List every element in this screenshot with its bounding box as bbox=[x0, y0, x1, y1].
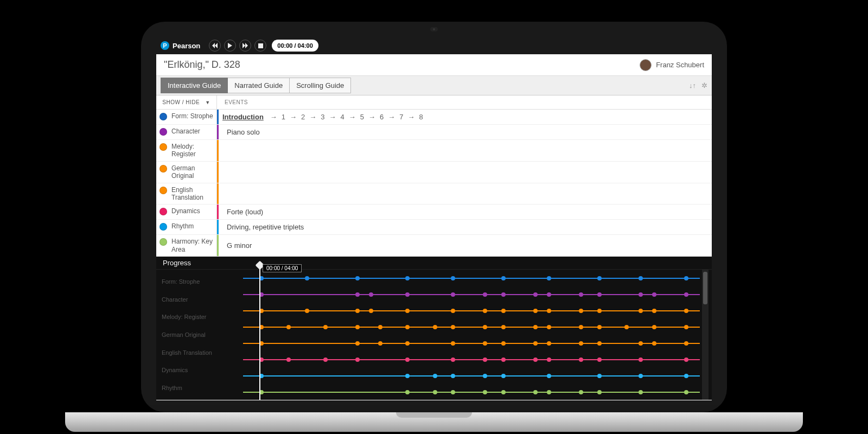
timeline-event[interactable] bbox=[547, 374, 551, 378]
timeline[interactable]: 00:00 / 04:00 bbox=[243, 270, 700, 400]
timeline-event[interactable] bbox=[483, 358, 487, 362]
timeline-event[interactable] bbox=[597, 325, 602, 329]
timeline-event[interactable] bbox=[405, 341, 410, 346]
timeline-event[interactable] bbox=[547, 276, 551, 280]
timeline-event[interactable] bbox=[597, 276, 602, 280]
timeline-event[interactable] bbox=[405, 292, 410, 297]
timeline-event[interactable] bbox=[639, 276, 643, 280]
timeline-event[interactable] bbox=[533, 292, 538, 297]
timeline-event[interactable] bbox=[597, 341, 602, 346]
timeline-event[interactable] bbox=[652, 292, 656, 297]
timeline-event[interactable] bbox=[501, 341, 506, 346]
timeline-event[interactable] bbox=[652, 325, 656, 329]
timeline-event[interactable] bbox=[547, 309, 551, 313]
playhead[interactable]: 00:00 / 04:00 bbox=[259, 263, 260, 400]
timeline-event[interactable] bbox=[684, 309, 688, 313]
timeline-event[interactable] bbox=[451, 309, 455, 313]
timeline-event[interactable] bbox=[547, 341, 551, 346]
play-button[interactable] bbox=[224, 40, 236, 52]
timeline-event[interactable] bbox=[684, 358, 688, 362]
intro-step[interactable]: 2 bbox=[301, 113, 305, 121]
rewind-button[interactable] bbox=[209, 40, 221, 52]
timeline-event[interactable] bbox=[684, 341, 688, 346]
timeline-event[interactable] bbox=[597, 374, 602, 378]
row-label[interactable]: Harmony: Key Area bbox=[156, 235, 217, 256]
timeline-event[interactable] bbox=[451, 325, 455, 329]
timeline-event[interactable] bbox=[483, 292, 487, 297]
timeline-event[interactable] bbox=[639, 341, 643, 346]
timeline-event[interactable] bbox=[533, 341, 538, 346]
timeline-event[interactable] bbox=[579, 292, 583, 297]
timeline-event[interactable] bbox=[483, 325, 487, 329]
timeline-event[interactable] bbox=[433, 325, 437, 329]
timeline-event[interactable] bbox=[579, 390, 583, 394]
timeline-event[interactable] bbox=[639, 390, 643, 394]
timeline-event[interactable] bbox=[579, 341, 583, 346]
timeline-event[interactable] bbox=[501, 292, 506, 297]
timeline-event[interactable] bbox=[684, 374, 688, 378]
row-label[interactable]: German Original bbox=[156, 162, 217, 183]
timeline-event[interactable] bbox=[483, 309, 487, 313]
timeline-event[interactable] bbox=[355, 358, 360, 362]
timeline-event[interactable] bbox=[369, 309, 373, 313]
timeline-event[interactable] bbox=[597, 309, 602, 313]
intro-step[interactable]: 1 bbox=[282, 113, 285, 121]
timeline-event[interactable] bbox=[652, 309, 656, 313]
timeline-event[interactable] bbox=[579, 358, 583, 362]
timeline-event[interactable] bbox=[433, 390, 437, 394]
intro-step[interactable]: 4 bbox=[341, 113, 344, 121]
timeline-event[interactable] bbox=[579, 325, 583, 329]
timeline-event[interactable] bbox=[378, 341, 382, 346]
row-label[interactable]: Melody: Register bbox=[156, 140, 217, 161]
timeline-event[interactable] bbox=[684, 325, 688, 329]
timeline-event[interactable] bbox=[451, 276, 455, 280]
tab-scrolling-guide[interactable]: Scrolling Guide bbox=[290, 78, 351, 93]
gear-icon[interactable]: ✲ bbox=[701, 81, 707, 90]
forward-button[interactable] bbox=[239, 40, 251, 52]
timeline-event[interactable] bbox=[579, 309, 583, 313]
timeline-event[interactable] bbox=[323, 325, 328, 329]
intro-step[interactable]: 6 bbox=[380, 113, 384, 121]
row-label[interactable]: Dynamics bbox=[156, 205, 217, 219]
intro-step[interactable]: 5 bbox=[360, 113, 364, 121]
timeline-event[interactable] bbox=[684, 292, 688, 297]
timeline-event[interactable] bbox=[451, 341, 455, 346]
scrollbar-vertical[interactable] bbox=[702, 270, 709, 400]
timeline-event[interactable] bbox=[286, 358, 291, 362]
timeline-event[interactable] bbox=[639, 374, 643, 378]
timeline-event[interactable] bbox=[305, 309, 309, 313]
timeline-event[interactable] bbox=[405, 276, 410, 280]
timeline-event[interactable] bbox=[405, 358, 410, 362]
timeline-event[interactable] bbox=[597, 292, 602, 297]
timeline-event[interactable] bbox=[405, 309, 410, 313]
row-label[interactable]: English Translation bbox=[156, 183, 217, 205]
timeline-event[interactable] bbox=[355, 325, 360, 329]
scrollbar-thumb[interactable] bbox=[703, 272, 707, 304]
timeline-event[interactable] bbox=[323, 358, 328, 362]
row-label[interactable]: Form: Strophe bbox=[156, 110, 217, 124]
timeline-event[interactable] bbox=[501, 325, 506, 329]
timeline-event[interactable] bbox=[684, 390, 688, 394]
stop-button[interactable] bbox=[254, 40, 266, 52]
timeline-event[interactable] bbox=[286, 325, 291, 329]
timeline-event[interactable] bbox=[355, 276, 360, 280]
timeline-event[interactable] bbox=[547, 325, 551, 329]
timeline-event[interactable] bbox=[405, 390, 410, 394]
timeline-event[interactable] bbox=[501, 374, 506, 378]
timeline-event[interactable] bbox=[684, 276, 688, 280]
intro-step[interactable]: 8 bbox=[419, 113, 423, 121]
timeline-event[interactable] bbox=[355, 309, 360, 313]
row-label[interactable]: Character bbox=[156, 125, 217, 139]
timeline-event[interactable] bbox=[451, 374, 455, 378]
timeline-event[interactable] bbox=[451, 390, 455, 394]
timeline-event[interactable] bbox=[624, 325, 629, 329]
timeline-event[interactable] bbox=[597, 358, 602, 362]
timeline-event[interactable] bbox=[451, 358, 455, 362]
timeline-event[interactable] bbox=[451, 292, 455, 297]
timeline-event[interactable] bbox=[639, 309, 643, 313]
timeline-event[interactable] bbox=[355, 341, 360, 346]
timeline-event[interactable] bbox=[483, 341, 487, 346]
timeline-event[interactable] bbox=[533, 309, 538, 313]
timeline-event[interactable] bbox=[652, 341, 656, 346]
intro-step[interactable]: 3 bbox=[321, 113, 324, 121]
